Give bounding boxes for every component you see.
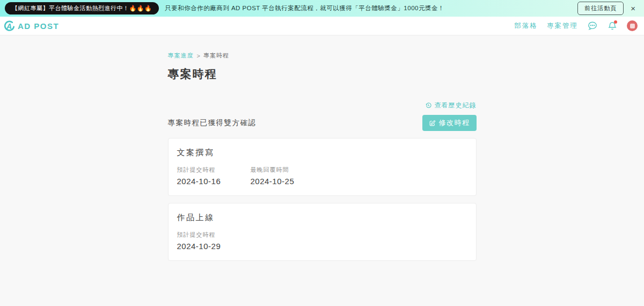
edit-pencil-icon [429,120,436,127]
status-text: 專案時程已獲得雙方確認 [168,118,257,128]
field-label: 預計提交時程 [177,231,251,239]
nav-link-blog[interactable]: 部落格 [515,21,538,31]
field-label: 預計提交時程 [177,166,251,174]
card-fields: 預計提交時程 2024-10-29 [177,231,467,251]
chat-icon[interactable] [587,20,598,31]
page-root: 【網紅專屬】平台體驗金活動熱烈進行中！🔥🔥🔥 只要和你合作的廠商到 AD POS… [0,0,644,306]
page-title: 專案時程 [168,67,477,82]
breadcrumb: 專案進度 > 專案時程 [168,52,477,60]
view-history-link[interactable]: 查看歷史紀錄 [425,101,477,110]
svg-text:A: A [6,21,12,30]
navbar-right: 部落格 專案管理 [515,20,638,31]
logo[interactable]: A AD POST [3,20,59,32]
nav-link-project-management[interactable]: 專案管理 [547,21,578,31]
avatar[interactable] [627,20,638,31]
edit-schedule-button[interactable]: 修改時程 [422,115,477,131]
content-container: 專案進度 > 專案時程 專案時程 查看歷史紀錄 [168,35,477,261]
field-expected-submit: 預計提交時程 2024-10-29 [177,231,251,251]
breadcrumb-parent-link[interactable]: 專案進度 [168,52,194,60]
avatar-image [630,24,635,28]
promo-cta-button[interactable]: 前往活動頁 [577,2,624,15]
history-row: 查看歷史紀錄 [168,101,477,110]
history-clock-icon [425,102,432,109]
notification-dot [614,20,617,24]
schedule-card-copywriting: 文案撰寫 預計提交時程 2024-10-16 最晚回覆時間 2024-10-25 [168,138,477,196]
card-title: 作品上線 [177,213,467,223]
status-row: 專案時程已獲得雙方確認 修改時程 [168,115,477,131]
close-icon[interactable]: × [630,4,636,12]
field-value: 2024-10-16 [177,177,251,186]
card-title: 文案撰寫 [177,148,467,158]
breadcrumb-separator: > [197,53,200,59]
promo-badge: 【網紅專屬】平台體驗金活動熱烈進行中！🔥🔥🔥 [5,2,159,14]
field-expected-submit: 預計提交時程 2024-10-16 [177,166,251,186]
logo-icon: A [3,20,16,32]
bell-icon[interactable] [607,20,618,31]
logo-text: AD POST [18,21,59,31]
breadcrumb-current: 專案時程 [203,52,229,60]
card-fields: 預計提交時程 2024-10-16 最晚回覆時間 2024-10-25 [177,166,467,186]
field-value: 2024-10-29 [177,242,251,251]
view-history-label: 查看歷史紀錄 [435,101,477,110]
field-label: 最晚回覆時間 [251,166,324,174]
edit-schedule-label: 修改時程 [439,118,470,128]
promo-message: 只要和你合作的廠商到 AD POST 平台執行案配流程，就可以獲得「平台體驗獎金… [165,4,572,12]
field-latest-reply: 最晚回覆時間 2024-10-25 [251,166,324,186]
navbar: A AD POST 部落格 專案管理 [0,17,644,35]
promo-banner: 【網紅專屬】平台體驗金活動熱烈進行中！🔥🔥🔥 只要和你合作的廠商到 AD POS… [0,0,644,17]
field-value: 2024-10-25 [251,177,324,186]
schedule-card-publish: 作品上線 預計提交時程 2024-10-29 [168,203,477,261]
main-content: 專案進度 > 專案時程 專案時程 查看歷史紀錄 [0,35,644,306]
